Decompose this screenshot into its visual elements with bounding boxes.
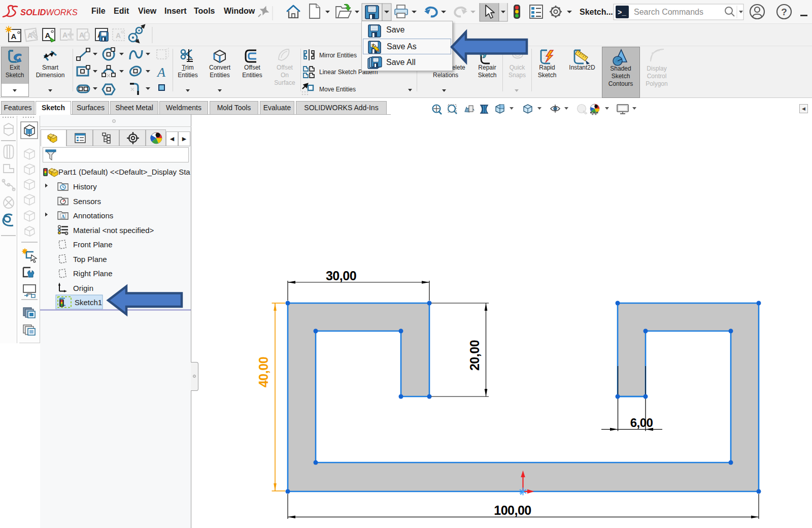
svg-text:Part1 (Default) <<Default>_Dis: Part1 (Default) <<Default>_Display Sta	[58, 168, 190, 176]
svg-text:20,00: 20,00	[467, 340, 482, 371]
svg-text:>_: >_	[618, 9, 626, 17]
svg-text:Material <not specified>: Material <not specified>	[73, 226, 154, 235]
svg-text:A: A	[79, 31, 84, 39]
svg-text:A: A	[11, 32, 17, 41]
svg-text:Origin: Origin	[73, 284, 93, 292]
svg-text:6,00: 6,00	[630, 416, 653, 430]
svg-text:?: ?	[781, 7, 787, 17]
svg-text:Right Plane: Right Plane	[73, 269, 113, 278]
svg-text:A: A	[116, 31, 121, 40]
svg-text:A: A	[62, 31, 67, 39]
svg-text:A: A	[61, 214, 65, 219]
svg-text:100,00: 100,00	[494, 503, 531, 517]
svg-text:SOLIDWORKS: SOLIDWORKS	[20, 8, 78, 17]
svg-text:Sensors: Sensors	[73, 197, 101, 206]
svg-text:Annotations: Annotations	[73, 211, 113, 220]
svg-text:30,00: 30,00	[326, 269, 356, 283]
svg-text:Search Commands: Search Commands	[634, 8, 703, 16]
svg-text:Front Plane: Front Plane	[73, 240, 113, 249]
svg-text:A: A	[45, 31, 51, 40]
svg-text:Sketch...: Sketch...	[580, 8, 613, 16]
svg-text:40,00: 40,00	[256, 357, 270, 387]
svg-text:A: A	[156, 65, 165, 80]
svg-text:Sketch1: Sketch1	[75, 298, 102, 307]
svg-text:Top Plane: Top Plane	[73, 255, 107, 263]
svg-text:History: History	[73, 182, 97, 191]
